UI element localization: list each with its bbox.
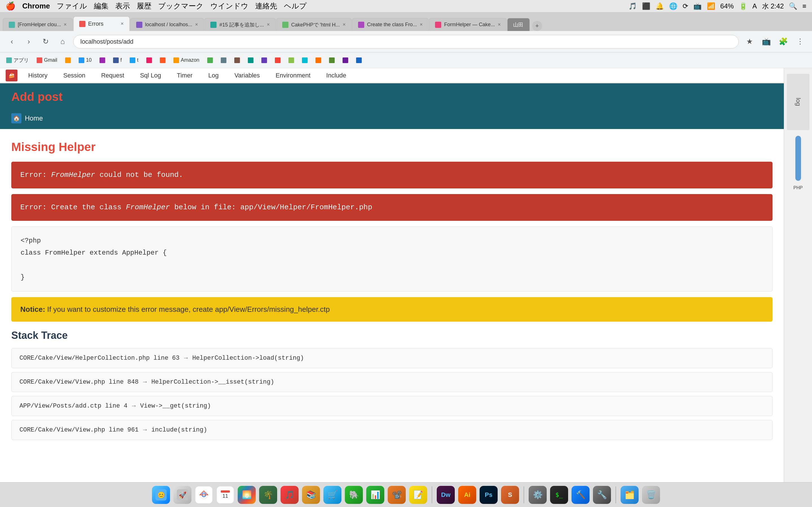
forward-button[interactable]: › <box>22 36 35 48</box>
menu-history[interactable]: 履歴 <box>137 1 151 11</box>
menu-bookmarks[interactable]: ブックマーク <box>158 1 204 11</box>
tab-2-close[interactable]: × <box>121 21 124 27</box>
bookmark-9[interactable] <box>156 56 169 65</box>
dock-chrome[interactable] <box>195 486 213 504</box>
bookmark-21[interactable] <box>339 56 352 65</box>
bookmark-18[interactable] <box>299 56 311 65</box>
bookmark-17[interactable] <box>285 56 297 65</box>
tab-4-close[interactable]: × <box>267 22 270 27</box>
bookmark-star[interactable]: ★ <box>743 36 756 48</box>
menubar-notification-icon[interactable]: 🔔 <box>656 2 664 10</box>
tab-5[interactable]: CakePHPで 'html H... × <box>276 18 352 31</box>
debug-tab-timer[interactable]: Timer <box>172 69 197 81</box>
tab-7[interactable]: FormHelper — Cake... × <box>429 18 507 31</box>
dock-keynote[interactable]: 📽️ <box>388 486 406 504</box>
menubar-vpn-icon[interactable]: 🌐 <box>669 2 677 10</box>
menu-edit[interactable]: 編集 <box>94 1 109 11</box>
debug-tab-variables[interactable]: Variables <box>229 69 265 81</box>
dock-trash[interactable]: 🗑️ <box>642 486 660 504</box>
tab-7-close[interactable]: × <box>498 22 501 27</box>
app-name[interactable]: Chrome <box>22 2 50 10</box>
bookmark-20[interactable] <box>326 56 338 65</box>
dock-finder2[interactable]: 🗂️ <box>620 486 639 504</box>
dock-system-pref[interactable]: ⚙️ <box>529 486 547 504</box>
bookmark-amazon[interactable]: Amazon <box>170 55 203 65</box>
refresh-button[interactable]: ↻ <box>40 36 52 48</box>
dock-launchpad[interactable]: 🚀 <box>173 486 192 504</box>
nav-home-link[interactable]: 🏠 Home <box>11 113 772 123</box>
dock-xcode[interactable]: 🔨 <box>571 486 590 504</box>
debug-tab-include[interactable]: Include <box>321 69 351 81</box>
url-input[interactable]: localhost/posts/add <box>73 35 739 48</box>
bookmark-15[interactable] <box>258 56 270 65</box>
new-tab-button[interactable]: + <box>532 21 542 31</box>
tab-3[interactable]: localhost / localhos... × <box>130 18 204 31</box>
tab-2[interactable]: Errors × <box>73 16 130 31</box>
dock-finder[interactable]: 😊 <box>152 486 170 504</box>
bookmark-16[interactable] <box>271 56 284 65</box>
dock-syspref[interactable]: 🔧 <box>593 486 611 504</box>
dock-terminal[interactable]: $_ <box>550 486 568 504</box>
menu-help[interactable]: ヘルプ <box>284 1 307 11</box>
home-button[interactable]: ⌂ <box>56 36 69 48</box>
menubar-wifi-icon[interactable]: 📶 <box>707 2 715 10</box>
tab-5-close[interactable]: × <box>343 22 346 27</box>
trace-item-3[interactable]: APP/View/Posts/add.ctp line 4 → View->__… <box>11 396 772 416</box>
bookmark-12[interactable] <box>217 56 230 65</box>
bookmark-apps[interactable]: アプリ <box>3 55 32 65</box>
debug-tab-log[interactable]: Log <box>203 69 224 81</box>
bookmark-gmail[interactable]: Gmail <box>33 55 61 65</box>
menubar-timemachine-icon[interactable]: ⟳ <box>682 2 688 10</box>
tab-1-close[interactable]: × <box>64 22 67 27</box>
dock-notes[interactable]: 📝 <box>409 486 427 504</box>
bookmark-5[interactable] <box>96 56 109 65</box>
apple-logo[interactable]: 🍎 <box>6 1 15 11</box>
dock-numbers[interactable]: 📊 <box>366 486 384 504</box>
menu-view[interactable]: 表示 <box>115 1 130 11</box>
dock-calendar[interactable]: 11 <box>216 486 234 504</box>
bookmark-13[interactable] <box>231 56 243 65</box>
bookmark-11[interactable] <box>204 56 216 65</box>
tab-8[interactable]: 山田 <box>507 18 530 31</box>
extensions-button[interactable]: 🧩 <box>777 36 790 48</box>
dock-music[interactable]: 🎵 <box>281 486 299 504</box>
bookmark-10[interactable]: 10 <box>75 55 95 65</box>
menu-window[interactable]: ウインドウ <box>210 1 248 11</box>
tab-6[interactable]: Create the class Fro... × <box>352 18 429 31</box>
menubar-display-icon[interactable]: 📺 <box>693 2 702 10</box>
bookmark-fb[interactable]: f <box>110 55 125 65</box>
debug-tab-session[interactable]: Session <box>58 69 90 81</box>
dock-appstore[interactable]: 🛒 <box>323 486 342 504</box>
dock-palm[interactable]: 🌴 <box>259 486 277 504</box>
tab-6-close[interactable]: × <box>420 22 423 27</box>
bookmark-19[interactable] <box>312 56 324 65</box>
bookmark-8[interactable] <box>143 56 155 65</box>
bookmark-14[interactable] <box>245 56 257 65</box>
dock-dreamweaver[interactable]: Dw <box>437 486 455 504</box>
dock-illustrator[interactable]: Ai <box>458 486 476 504</box>
right-panel-scrollbar[interactable] <box>795 136 801 181</box>
back-button[interactable]: ‹ <box>6 36 18 48</box>
dock-sublime[interactable]: S <box>501 486 519 504</box>
dock-photos[interactable]: 🌅 <box>238 486 256 504</box>
trace-item-1[interactable]: CORE/Cake/View/HelperCollection.php line… <box>11 348 772 368</box>
menu-file[interactable]: ファイル <box>57 1 87 11</box>
bookmark-twitter[interactable]: t <box>126 55 142 65</box>
menubar-music-icon[interactable]: 🎵 <box>628 2 637 10</box>
trace-item-2[interactable]: CORE/Cake/View/View.php line 848 → Helpe… <box>11 372 772 392</box>
tab-4[interactable]: #15 記事を追加し... × <box>204 18 276 31</box>
dock-evernote[interactable]: 🐘 <box>345 486 363 504</box>
menubar-search-icon[interactable]: 🔍 <box>789 2 797 10</box>
right-panel-tab-1[interactable]: log <box>787 74 809 130</box>
dock-books[interactable]: 📚 <box>302 486 320 504</box>
debug-tab-sqllog[interactable]: Sql Log <box>135 69 166 81</box>
menubar-screen-icon[interactable]: ⬛ <box>642 2 651 10</box>
debug-tab-history[interactable]: History <box>23 69 52 81</box>
debug-tab-request[interactable]: Request <box>96 69 130 81</box>
tab-1[interactable]: [FromHelper clou... × <box>3 18 73 31</box>
bookmark-22[interactable] <box>353 56 365 65</box>
chrome-menu-button[interactable]: ⋮ <box>794 36 806 48</box>
bookmark-3[interactable] <box>62 56 74 65</box>
menu-contacts[interactable]: 連絡先 <box>255 1 277 11</box>
trace-item-4[interactable]: CORE/Cake/View/View.php line 961 → inclu… <box>11 420 772 440</box>
